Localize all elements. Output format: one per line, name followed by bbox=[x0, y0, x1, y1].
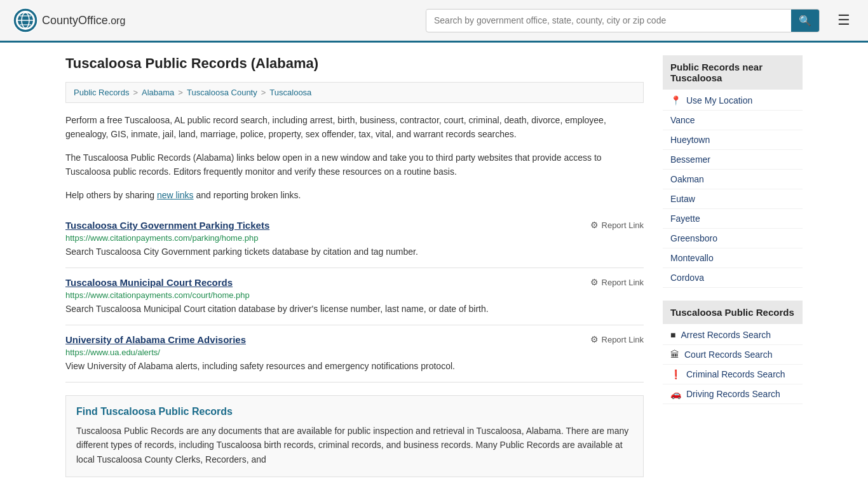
find-title: Find Tuscaloosa Public Records bbox=[76, 406, 633, 417]
nearby-section: Public Records near Tuscaloosa 📍 Use My … bbox=[663, 55, 803, 288]
use-my-location-item[interactable]: 📍 Use My Location bbox=[663, 91, 803, 111]
nearby-place-item: Eutaw bbox=[663, 189, 803, 209]
nearby-place-item: Vance bbox=[663, 111, 803, 130]
link-title-0[interactable]: Tuscaloosa City Government Parking Ticke… bbox=[65, 220, 269, 231]
description-3: Help others by sharing new links and rep… bbox=[65, 188, 644, 202]
report-icon-0: ⚙ bbox=[590, 220, 599, 230]
link-url-1: https://www.citationpayments.com/court/h… bbox=[65, 290, 644, 300]
header: CountyOffice.org 🔍 ☰ bbox=[0, 0, 868, 43]
breadcrumb-tuscaloosa-county[interactable]: Tuscaloosa County bbox=[187, 88, 257, 97]
records-title: Tuscaloosa Public Records bbox=[663, 301, 803, 324]
report-icon-1: ⚙ bbox=[590, 277, 599, 287]
record-links-container: ■ Arrest Records Search 🏛 Court Records … bbox=[663, 325, 803, 404]
new-links-link[interactable]: new links bbox=[157, 190, 194, 200]
desc3-prefix: Help others by sharing bbox=[65, 190, 154, 200]
breadcrumb: Public Records > Alabama > Tuscaloosa Co… bbox=[65, 82, 644, 103]
search-area: 🔍 bbox=[426, 9, 820, 32]
record-icon-0: ■ bbox=[670, 330, 675, 340]
link-title-2[interactable]: University of Alabama Crime Advisories bbox=[65, 334, 246, 345]
nearby-place-item: Hueytown bbox=[663, 130, 803, 150]
link-item-header: University of Alabama Crime Advisories ⚙… bbox=[65, 334, 644, 345]
record-icon-3: 🚗 bbox=[670, 389, 681, 399]
breadcrumb-sep-1: > bbox=[133, 88, 138, 97]
link-item-header: Tuscaloosa City Government Parking Ticke… bbox=[65, 220, 644, 231]
link-desc-2: View University of Alabama alerts, inclu… bbox=[65, 360, 644, 373]
nearby-place-link-7[interactable]: Montevallo bbox=[670, 253, 714, 263]
breadcrumb-alabama[interactable]: Alabama bbox=[142, 88, 174, 97]
logo-suffix-text: .org bbox=[108, 15, 126, 26]
nearby-place-link-3[interactable]: Oakman bbox=[670, 174, 704, 184]
report-link-2[interactable]: ⚙ Report Link bbox=[590, 334, 644, 344]
desc3-suffix: and reporting broken links. bbox=[196, 190, 301, 200]
link-url-2: https://www.ua.edu/alerts/ bbox=[65, 348, 644, 357]
nearby-place-item: Greensboro bbox=[663, 229, 803, 248]
breadcrumb-public-records[interactable]: Public Records bbox=[74, 88, 129, 97]
description-2: The Tuscaloosa Public Records (Alabama) … bbox=[65, 151, 644, 179]
record-link-1[interactable]: Court Records Search bbox=[684, 349, 773, 360]
nearby-place-link-0[interactable]: Vance bbox=[670, 115, 695, 125]
link-item: University of Alabama Crime Advisories ⚙… bbox=[65, 325, 644, 383]
record-link-2[interactable]: Criminal Records Search bbox=[686, 369, 785, 379]
nearby-place-item: Bessemer bbox=[663, 150, 803, 170]
record-icon-1: 🏛 bbox=[670, 349, 679, 360]
find-text: Tuscaloosa Public Records are any docume… bbox=[76, 424, 633, 466]
main-container: Tuscaloosa Public Records (Alabama) Publ… bbox=[53, 43, 815, 488]
hamburger-icon: ☰ bbox=[837, 12, 850, 28]
nearby-place-item: Montevallo bbox=[663, 248, 803, 268]
report-link-1[interactable]: ⚙ Report Link bbox=[590, 277, 644, 287]
description-1: Perform a free Tuscaloosa, AL public rec… bbox=[65, 113, 644, 142]
menu-button[interactable]: ☰ bbox=[832, 10, 855, 31]
nearby-title: Public Records near Tuscaloosa bbox=[663, 55, 803, 90]
breadcrumb-sep-3: > bbox=[261, 88, 266, 97]
use-my-location-link[interactable]: Use My Location bbox=[686, 95, 752, 105]
logo-text: CountyOffice.org bbox=[42, 14, 125, 27]
breadcrumb-sep-2: > bbox=[178, 88, 183, 97]
nearby-place-item: Cordova bbox=[663, 268, 803, 288]
logo-main-text: CountyOffice bbox=[42, 14, 108, 27]
link-url-0: https://www.citationpayments.com/parking… bbox=[65, 233, 644, 243]
record-link-0[interactable]: Arrest Records Search bbox=[681, 330, 771, 340]
logo-link[interactable]: CountyOffice.org bbox=[13, 8, 125, 33]
nearby-place-link-4[interactable]: Eutaw bbox=[670, 194, 695, 204]
record-link-3[interactable]: Driving Records Search bbox=[686, 389, 780, 399]
search-button[interactable]: 🔍 bbox=[791, 10, 819, 32]
link-item: Tuscaloosa Municipal Court Records ⚙ Rep… bbox=[65, 268, 644, 325]
link-item-header: Tuscaloosa Municipal Court Records ⚙ Rep… bbox=[65, 277, 644, 288]
record-icon-2: ❗ bbox=[670, 369, 681, 379]
record-link-item: 🚗 Driving Records Search bbox=[663, 384, 803, 404]
report-link-0[interactable]: ⚙ Report Link bbox=[590, 220, 644, 230]
nearby-place-link-8[interactable]: Cordova bbox=[670, 273, 704, 283]
record-link-item: ❗ Criminal Records Search bbox=[663, 365, 803, 384]
search-input[interactable] bbox=[426, 10, 791, 30]
sidebar: Public Records near Tuscaloosa 📍 Use My … bbox=[663, 55, 803, 477]
nearby-place-item: Fayette bbox=[663, 209, 803, 229]
location-icon: 📍 bbox=[670, 95, 681, 105]
page-title: Tuscaloosa Public Records (Alabama) bbox=[65, 55, 644, 72]
nearby-place-link-5[interactable]: Fayette bbox=[670, 214, 700, 224]
nearby-place-link-1[interactable]: Hueytown bbox=[670, 135, 710, 145]
link-desc-0: Search Tuscaloosa City Government parkin… bbox=[65, 245, 644, 259]
breadcrumb-tuscaloosa[interactable]: Tuscaloosa bbox=[269, 88, 311, 97]
content-area: Tuscaloosa Public Records (Alabama) Publ… bbox=[65, 55, 644, 477]
link-desc-1: Search Tuscaloosa Municipal Court citati… bbox=[65, 302, 644, 316]
report-icon-2: ⚙ bbox=[590, 334, 599, 344]
find-section: Find Tuscaloosa Public Records Tuscaloos… bbox=[65, 395, 644, 477]
search-icon: 🔍 bbox=[799, 15, 811, 26]
records-section: Tuscaloosa Public Records ■ Arrest Recor… bbox=[663, 301, 803, 404]
link-item: Tuscaloosa City Government Parking Ticke… bbox=[65, 211, 644, 268]
nearby-place-link-2[interactable]: Bessemer bbox=[670, 154, 710, 165]
record-link-item: ■ Arrest Records Search bbox=[663, 325, 803, 345]
nearby-places-container: VanceHueytownBessemerOakmanEutawFayetteG… bbox=[663, 111, 803, 288]
logo-icon bbox=[13, 8, 38, 33]
nearby-place-link-6[interactable]: Greensboro bbox=[670, 233, 717, 243]
record-link-item: 🏛 Court Records Search bbox=[663, 345, 803, 365]
nearby-place-item: Oakman bbox=[663, 170, 803, 189]
links-container: Tuscaloosa City Government Parking Ticke… bbox=[65, 211, 644, 383]
link-title-1[interactable]: Tuscaloosa Municipal Court Records bbox=[65, 277, 233, 288]
